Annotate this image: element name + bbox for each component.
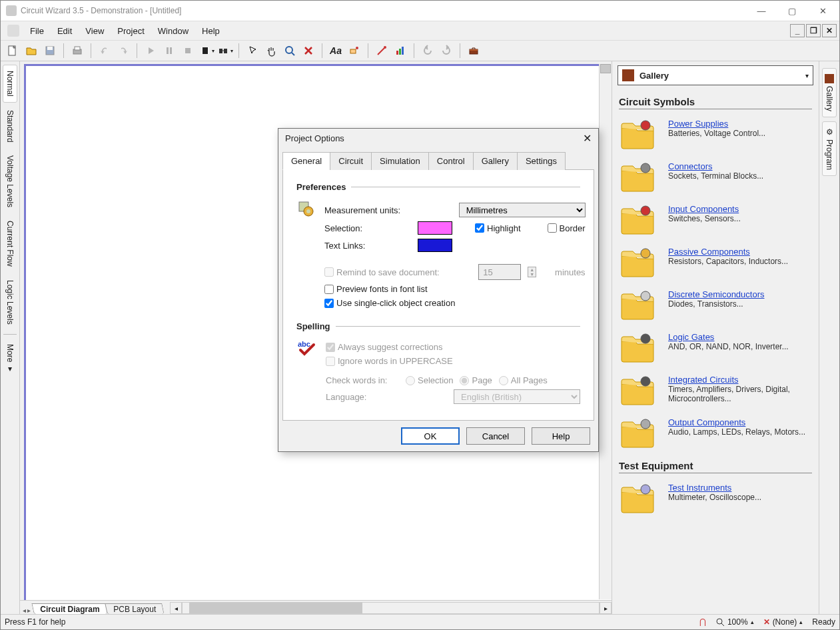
horizontal-scrollbar[interactable]: ◂▸ (170, 602, 612, 614)
gallery-link[interactable]: Test Instruments (668, 483, 761, 493)
titlebar: Circuit Wizard 3.5 - Demonstration - [Un… (1, 1, 839, 21)
chart-icon[interactable] (392, 43, 408, 59)
window-close-button[interactable]: ✕ (807, 1, 838, 21)
menu-window[interactable]: Window (151, 23, 195, 39)
spelling-heading: Spelling (296, 321, 330, 331)
cancel-button[interactable]: Cancel (466, 427, 525, 445)
text-icon[interactable]: Aa (328, 43, 344, 59)
svg-point-16 (384, 46, 386, 49)
right-side-tabs: Gallery ⚙Program (819, 61, 839, 614)
textlinks-color-swatch[interactable] (418, 239, 452, 252)
rotate-right-icon[interactable] (438, 43, 454, 59)
print-icon[interactable] (69, 43, 85, 59)
side-tab-program[interactable]: ⚙Program (822, 121, 837, 176)
redo-icon[interactable] (115, 43, 131, 59)
sheet-nav-buttons[interactable]: ◂▸ (20, 607, 33, 614)
dlg-tab-simulation[interactable]: Simulation (371, 152, 429, 170)
folder-icon (619, 161, 656, 192)
selection-color-swatch[interactable] (418, 221, 452, 235)
gallery-link[interactable]: Power Supplies (668, 119, 765, 129)
side-tab-gallery[interactable]: Gallery (822, 68, 837, 117)
gallery-link[interactable]: Connectors (668, 161, 763, 171)
gallery-link[interactable]: Logic Gates (668, 332, 789, 342)
maximize-button[interactable]: ▢ (777, 1, 807, 21)
gallery-item[interactable]: Passive ComponentsResistors, Capacitors,… (619, 247, 812, 277)
window-title: Circuit Wizard 3.5 - Demonstration - [Un… (21, 6, 746, 15)
menu-view[interactable]: View (79, 23, 111, 39)
mdi-close-button[interactable]: ✕ (822, 24, 837, 37)
gallery-item[interactable]: Discrete SemiconductorsDiodes, Transisto… (619, 289, 812, 320)
gallery-body[interactable]: Circuit SymbolsPower SuppliesBatteries, … (612, 88, 819, 614)
ok-button[interactable]: OK (401, 427, 460, 445)
mdi-restore-button[interactable]: ❐ (806, 24, 821, 37)
mdi-minimize-button[interactable]: _ (790, 24, 805, 37)
gallery-item[interactable]: Input ComponentsSwitches, Sensors... (619, 204, 812, 235)
preview-fonts-checkbox[interactable]: Preview fonts in font list (324, 284, 428, 294)
stop-icon[interactable] (180, 43, 196, 59)
sheet-tab-circuit[interactable]: Circuit Diagram (31, 603, 108, 614)
dlg-tab-general[interactable]: General (282, 152, 330, 170)
svg-point-13 (286, 47, 292, 53)
view-tab-normal[interactable]: Normal (3, 65, 17, 103)
timing-icon[interactable]: ▾ (217, 43, 233, 59)
gallery-item[interactable]: Power SuppliesBatteries, Voltage Control… (619, 119, 812, 149)
menu-file[interactable]: File (23, 23, 51, 39)
dialog-close-icon[interactable]: ✕ (583, 132, 592, 145)
rotate-left-icon[interactable] (420, 43, 436, 59)
open-icon[interactable] (23, 43, 39, 59)
gallery-link[interactable]: Integrated Circuits (668, 375, 812, 385)
label-icon[interactable] (346, 43, 362, 59)
gallery-header[interactable]: Gallery ▾ (618, 65, 813, 85)
new-icon[interactable] (5, 43, 21, 59)
svg-point-31 (641, 334, 650, 343)
highlight-checkbox[interactable]: Highlight (475, 223, 521, 233)
gallery-link[interactable]: Passive Components (668, 247, 788, 257)
pause-icon[interactable] (161, 43, 177, 59)
film-icon[interactable]: ▾ (199, 43, 214, 59)
view-tab-standard[interactable]: Standard (3, 104, 17, 149)
pointer-icon[interactable] (244, 43, 260, 59)
zoom-icon[interactable] (282, 43, 298, 59)
probe-icon[interactable] (374, 43, 390, 59)
delete-icon[interactable] (300, 43, 316, 59)
undo-icon[interactable] (97, 43, 113, 59)
menu-help[interactable]: Help (195, 23, 226, 39)
status-zoom[interactable]: 100%▴ (715, 617, 754, 627)
svg-rect-19 (402, 47, 404, 55)
save-icon[interactable] (42, 43, 58, 59)
minimize-button[interactable]: — (746, 1, 777, 21)
dlg-tab-control[interactable]: Control (428, 152, 474, 170)
menu-edit[interactable]: Edit (51, 23, 79, 39)
toolbox-icon[interactable] (466, 43, 482, 59)
sheet-tab-pcb[interactable]: PCB Layout (105, 603, 165, 614)
gallery-link[interactable]: Input Components (668, 204, 741, 214)
help-button[interactable]: Help (532, 427, 590, 445)
view-tab-logic[interactable]: Logic Levels (3, 274, 17, 331)
chevron-down-icon[interactable]: ▾ (805, 72, 809, 79)
gallery-item[interactable]: ConnectorsSockets, Terminal Blocks... (619, 161, 812, 192)
gallery-item[interactable]: Output ComponentsAudio, Lamps, LEDs, Rel… (619, 417, 812, 448)
view-tab-voltage[interactable]: Voltage Levels (3, 149, 17, 213)
border-checkbox[interactable]: Border (548, 223, 586, 233)
svg-rect-2 (47, 47, 53, 50)
gallery-link[interactable]: Output Components (668, 417, 805, 427)
dlg-tab-circuit[interactable]: Circuit (330, 152, 372, 170)
gallery-item[interactable]: Test InstrumentsMultimeter, Oscilloscope… (619, 483, 812, 513)
dlg-tab-settings[interactable]: Settings (517, 152, 566, 170)
units-select[interactable]: Millimetres (459, 203, 586, 217)
dlg-tab-gallery[interactable]: Gallery (473, 152, 518, 170)
menu-project[interactable]: Project (111, 23, 151, 39)
svg-rect-17 (396, 51, 398, 55)
gallery-item[interactable]: Logic GatesAND, OR, NAND, NOR, Inverter.… (619, 332, 812, 363)
view-tab-more[interactable]: More (3, 338, 17, 380)
pan-hand-icon[interactable] (263, 43, 279, 59)
gallery-desc: Resistors, Capacitors, Inductors... (668, 257, 788, 266)
gallery-item[interactable]: Integrated CircuitsTimers, Amplifiers, D… (619, 375, 812, 405)
single-click-checkbox[interactable]: Use single-click object creation (324, 298, 455, 308)
play-icon[interactable] (143, 43, 159, 59)
vertical-scrollbar[interactable] (599, 64, 612, 599)
dialog-tabs: General Circuit Simulation Control Galle… (278, 147, 598, 169)
gallery-link[interactable]: Discrete Semiconductors (668, 289, 765, 299)
view-tab-current[interactable]: Current Flow (3, 215, 17, 273)
status-layer[interactable]: ✕(None)▴ (763, 617, 803, 627)
